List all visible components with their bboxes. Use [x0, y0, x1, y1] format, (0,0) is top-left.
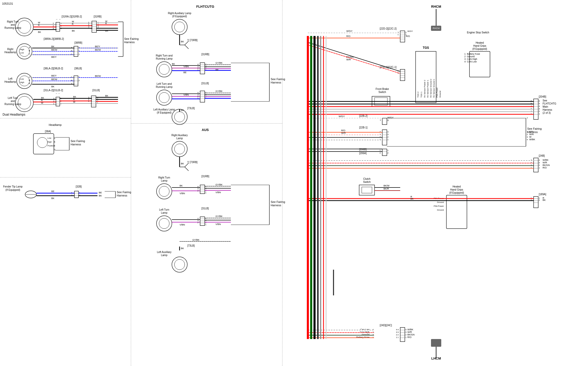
svg-text:1: 1	[373, 336, 374, 339]
svg-text:R/O: R/O	[407, 336, 411, 339]
svg-text:W/R: W/R	[543, 161, 547, 164]
svg-text:Running Lamp: Running Lamp	[156, 86, 172, 88]
svg-text:CAN High: CAN High	[467, 58, 477, 60]
svg-text:R/O: R/O	[529, 130, 533, 133]
svg-text:Battery Fuse: Battery Fuse	[467, 53, 480, 55]
svg-text:2: 2	[380, 136, 381, 138]
svg-text:2: 2	[539, 164, 540, 166]
svg-text:→: →	[58, 18, 61, 21]
svg-text:2: 2	[539, 199, 540, 201]
svg-text:Headlamp: Headlamp	[4, 51, 16, 54]
svg-text:1: 1	[387, 138, 389, 141]
svg-point-90	[19, 76, 30, 86]
svg-rect-399	[382, 118, 387, 125]
svg-text:A: A	[29, 46, 30, 49]
svg-text:(If Equipped): (If Equipped)	[157, 111, 171, 114]
svg-text:BE/Y: BE/Y	[95, 45, 100, 48]
svg-point-278	[172, 141, 187, 157]
svg-text:Lamp: Lamp	[161, 254, 167, 257]
svg-text:Switch: Switch	[363, 181, 370, 183]
svg-text:Running Lamp: Running Lamp	[4, 26, 21, 29]
svg-text:BK: BK	[543, 199, 546, 201]
svg-text:R: R	[41, 99, 43, 102]
connector-206a: [206A]	[359, 152, 367, 155]
svg-text:4: 4	[88, 27, 90, 29]
connector-31rb: [31RB]	[94, 15, 102, 18]
svg-text:1: 1	[527, 117, 528, 119]
svg-text:Left: Left	[8, 77, 13, 80]
svg-rect-292	[200, 185, 205, 194]
svg-line-283	[185, 163, 189, 167]
svg-text:RHCM: RHCM	[433, 27, 440, 30]
svg-text:P6A Power: P6A Power	[434, 205, 444, 207]
svg-line-391	[308, 42, 400, 71]
svg-text:A: A	[71, 46, 73, 49]
svg-point-244	[159, 92, 169, 103]
svg-text:(If Equipped): (If Equipped)	[5, 189, 20, 191]
svg-text:(If Equipped): (If Equipped)	[172, 15, 187, 18]
svg-text:R: R	[72, 23, 74, 25]
svg-text:3: 3	[539, 108, 540, 110]
svg-text:BK: BK	[172, 63, 175, 65]
svg-text:1: 1	[53, 102, 55, 105]
svg-text:5V Sensor Power 1: 5V Sensor Power 1	[427, 80, 429, 98]
svg-text:3: 3	[464, 58, 466, 60]
svg-text:1: 1	[79, 53, 80, 55]
see-fairing-aus: See Fairing	[271, 200, 285, 203]
left-turn-mid: Left Turn and	[157, 82, 172, 85]
svg-text:1: 1	[380, 119, 381, 121]
svg-text:GY/BK: GY/BK	[215, 215, 223, 218]
svg-text:FLHTCHTG: FLHTCHTG	[543, 102, 556, 105]
svg-point-206	[174, 22, 185, 32]
svg-text:W: W	[529, 136, 532, 138]
svg-text:5: 5	[539, 102, 540, 105]
svg-text:High: High	[20, 81, 24, 83]
svg-text:BK: BK	[181, 109, 184, 111]
svg-text:Right: Right	[7, 48, 13, 51]
front-brake-label: Front Brake	[376, 88, 389, 90]
svg-text:4: 4	[405, 329, 407, 331]
svg-text:BE/W: BE/W	[51, 78, 57, 81]
svg-text:2: 2	[539, 110, 540, 112]
svg-text:3: 3	[396, 331, 397, 333]
svg-text:1: 1	[205, 192, 207, 194]
clutch-switch-label: Clutch	[363, 177, 370, 180]
flhtcutg-label: FLHTCUTG	[196, 5, 214, 8]
svg-text:2: 2	[198, 221, 199, 224]
svg-text:Ground: Ground	[439, 91, 441, 98]
svg-text:W/R: W/R	[407, 331, 412, 333]
svg-point-214	[159, 64, 169, 74]
svg-text:Ground: Ground	[437, 209, 444, 211]
svg-text:Running Lamp: Running Lamp	[4, 103, 21, 106]
svg-text:BK: BK	[51, 197, 54, 200]
svg-text:1: 1	[53, 22, 54, 24]
svg-text:R/O: R/O	[543, 166, 547, 169]
svg-text:V/BN: V/BN	[215, 191, 221, 194]
svg-text:3: 3	[527, 136, 528, 138]
connector-38rb: [38RB]	[74, 41, 82, 44]
svg-text:Harness: Harness	[71, 143, 81, 146]
svg-text:BK: BK	[38, 31, 41, 33]
svg-rect-459	[382, 149, 387, 156]
svg-text:2: 2	[405, 334, 407, 336]
svg-text:5V Sensor Ground 1: 5V Sensor Ground 1	[433, 79, 435, 98]
svg-point-311	[159, 218, 169, 229]
svg-text:W/R: W/R	[346, 58, 351, 61]
svg-text:1: 1	[531, 167, 532, 169]
svg-text:Ground: Ground	[467, 55, 475, 58]
svg-text:V/BN: V/BN	[183, 93, 189, 96]
svg-text:1: 1	[88, 100, 90, 102]
svg-text:1: 1	[79, 50, 80, 52]
connector-38lb: [38LB]	[74, 67, 82, 70]
connector-31rb-aus: [31RB]	[201, 175, 209, 178]
svg-text:2: 2	[380, 152, 381, 154]
svg-text:1: 1	[79, 76, 80, 78]
see-fairing-bottom-left: See Fairing	[117, 191, 131, 194]
svg-text:BK/GN: BK/GN	[543, 164, 550, 166]
svg-point-57	[19, 46, 30, 57]
svg-text:R/O: R/O	[346, 35, 350, 37]
connector-22b1: [22B-1]	[359, 126, 367, 129]
svg-point-205	[172, 19, 187, 35]
svg-text:W/GY: W/GY	[339, 115, 345, 118]
svg-text:V/BN: V/BN	[215, 223, 221, 226]
